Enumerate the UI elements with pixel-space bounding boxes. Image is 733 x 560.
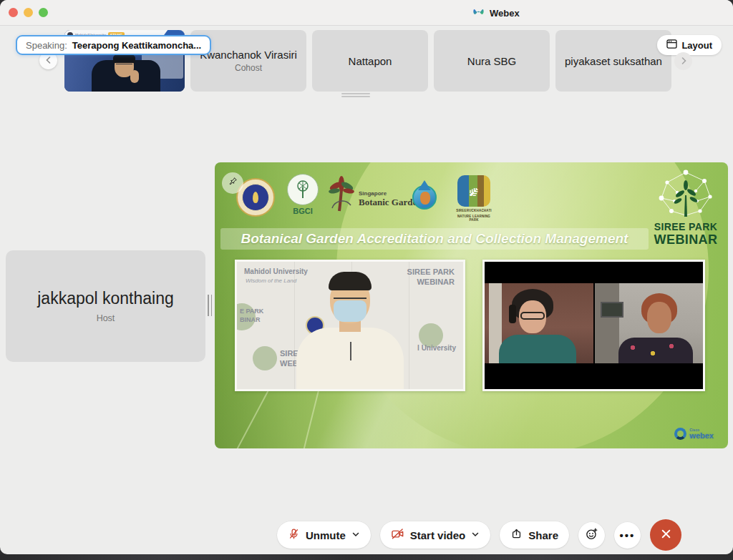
active-speaker-banner: Speaking: Teerapong Keattikamoncha... bbox=[16, 35, 211, 55]
presenter-video-frame: Mahidol University Wisdom of the Land SI… bbox=[235, 260, 465, 391]
presenter-glasses bbox=[334, 292, 366, 299]
more-options-button[interactable]: ••• bbox=[614, 522, 641, 549]
start-video-button[interactable]: Start video bbox=[380, 521, 491, 549]
presenter-mic-cord bbox=[350, 342, 351, 360]
participant-tile[interactable]: piyakaset suksathan bbox=[555, 30, 671, 92]
chevron-down-icon[interactable] bbox=[471, 529, 480, 541]
traffic-lights bbox=[9, 8, 48, 17]
stage-resize-handle[interactable] bbox=[208, 295, 212, 316]
sireeruckhachati-park-logo: ⸙ SIREERUCKHACHATI NATURE LEARNING PARK bbox=[454, 175, 494, 222]
pin-icon bbox=[228, 177, 238, 190]
app-title-text: Webex bbox=[490, 8, 520, 19]
bgci-tree-icon bbox=[287, 174, 319, 205]
unmute-label: Unmute bbox=[306, 529, 346, 541]
zoom-window-button[interactable] bbox=[39, 8, 48, 17]
backdrop-university-label: Mahidol University bbox=[244, 267, 308, 275]
participant-tile[interactable]: Nura SBG bbox=[434, 30, 550, 92]
panelists-video-frame bbox=[482, 260, 705, 391]
layout-button-label: Layout bbox=[681, 40, 712, 51]
microphone-muted-icon bbox=[288, 528, 300, 543]
webex-ring-icon bbox=[674, 428, 686, 440]
park-logo-icon: ⸙ bbox=[457, 175, 490, 207]
host-name: jakkapol konthaing bbox=[37, 289, 174, 308]
minimize-window-button[interactable] bbox=[24, 8, 33, 17]
participant-role: Cohost bbox=[235, 63, 262, 73]
layout-grid-icon bbox=[666, 39, 677, 51]
camera-off-icon bbox=[391, 528, 404, 543]
watermark-webex-text: webex bbox=[689, 432, 714, 440]
backdrop-univ-partial: l University bbox=[417, 344, 456, 352]
participant-filmstrip: MahidolUniversity STANG Kwanchanok Viras… bbox=[0, 26, 733, 97]
panelist-video-left bbox=[485, 283, 593, 363]
siree-park-webinar-brand: SIREE PARK WEBINAR bbox=[649, 167, 723, 247]
speaker-glasses bbox=[116, 64, 132, 67]
brand-subtitle: WEBINAR bbox=[649, 232, 723, 247]
app-title: Webex bbox=[472, 0, 520, 26]
leave-meeting-button[interactable] bbox=[650, 519, 681, 551]
webex-logo-icon bbox=[472, 6, 485, 21]
park-label-line2: NATURE LEARNING PARK bbox=[454, 215, 494, 222]
close-x-icon bbox=[660, 528, 672, 543]
bgci-logo: BGCI bbox=[286, 174, 319, 215]
backdrop-brand-partial: BINAR bbox=[240, 316, 261, 323]
ellipsis-icon: ••• bbox=[620, 529, 636, 541]
brand-title: SIREE PARK bbox=[649, 221, 723, 232]
backdrop-brand-label: WEBINAR bbox=[417, 277, 455, 286]
reactions-button[interactable] bbox=[578, 522, 605, 549]
webinar-title-text: Botanical Garden Accreditation and Colle… bbox=[241, 231, 628, 247]
filmstrip-scroll-right-button[interactable] bbox=[674, 52, 692, 70]
filmstrip-resize-handle[interactable] bbox=[341, 93, 370, 99]
title-bar: Webex bbox=[0, 0, 733, 26]
share-label: Share bbox=[528, 529, 558, 541]
droplet-logo-icon bbox=[412, 178, 438, 212]
host-role: Host bbox=[97, 313, 115, 323]
start-video-label: Start video bbox=[410, 529, 466, 541]
panelist-face bbox=[647, 302, 671, 333]
participant-tile-host[interactable]: jakkapol konthaing Host bbox=[6, 250, 205, 362]
speaker-hand bbox=[130, 70, 139, 83]
participant-tile[interactable]: Nattapon bbox=[312, 30, 428, 92]
share-button[interactable]: Share bbox=[500, 521, 569, 549]
backdrop-brand-label: SIREE PARK bbox=[407, 267, 455, 276]
presenter-face-mask bbox=[334, 300, 366, 322]
speaking-name: Teerapong Keattikamoncha... bbox=[72, 40, 201, 51]
shared-webinar-video[interactable]: BGCI Singapore Botanic Gardens ⸙ SIREERU… bbox=[215, 162, 728, 448]
chevron-right-icon bbox=[679, 55, 688, 68]
webex-window: Webex MahidolUniversity STANG bbox=[0, 0, 733, 554]
panelist-body bbox=[499, 335, 576, 363]
panelist-video-right bbox=[595, 283, 704, 363]
backdrop-motto-label: Wisdom of the Land bbox=[246, 277, 296, 284]
speaking-label: Speaking: bbox=[26, 40, 67, 51]
panelist-floral-top bbox=[624, 342, 689, 359]
webex-watermark: Cisco webex bbox=[674, 428, 714, 440]
palm-tree-icon bbox=[328, 174, 355, 217]
smiley-plus-icon bbox=[585, 527, 598, 544]
singapore-botanic-gardens-logo: Singapore Botanic Gardens bbox=[328, 174, 426, 217]
backdrop-brand-partial: E PARK bbox=[240, 308, 263, 315]
share-icon bbox=[510, 528, 523, 543]
webinar-title-banner: Botanical Garden Accreditation and Colle… bbox=[220, 228, 649, 250]
panelist-headphones bbox=[509, 305, 516, 323]
unmute-button[interactable]: Unmute bbox=[277, 521, 371, 549]
chevron-down-icon[interactable] bbox=[351, 529, 360, 541]
chevron-left-icon bbox=[44, 54, 53, 67]
dock-edge bbox=[0, 554, 733, 560]
participant-name: Kwanchanok Virasiri bbox=[200, 49, 297, 61]
park-label-line1: SIREERUCKHACHATI bbox=[454, 209, 494, 212]
participant-name: Nura SBG bbox=[467, 55, 516, 67]
bgci-label: BGCI bbox=[286, 207, 319, 215]
meeting-control-bar: Unmute Start video Share bbox=[277, 521, 681, 549]
close-window-button[interactable] bbox=[9, 8, 18, 17]
layout-button[interactable]: Layout bbox=[657, 35, 722, 55]
participant-name: Nattapon bbox=[349, 55, 392, 67]
presenter-hair bbox=[329, 272, 372, 290]
panelist-glasses bbox=[520, 312, 545, 320]
participant-name: piyakaset suksathan bbox=[565, 55, 662, 67]
pin-video-button[interactable] bbox=[222, 172, 243, 194]
